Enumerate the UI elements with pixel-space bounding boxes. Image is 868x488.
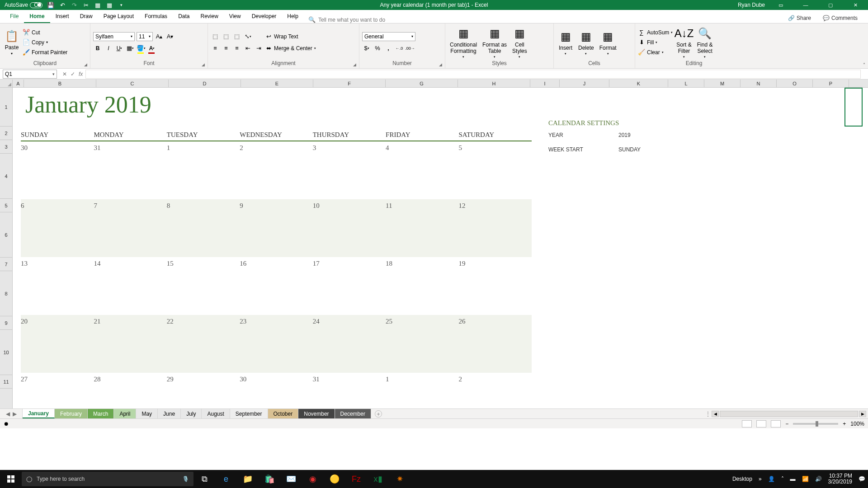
ribbon-tab-data[interactable]: Data <box>173 10 195 23</box>
sheet-tab-january[interactable]: January <box>23 409 55 418</box>
hscroll-right-icon[interactable]: ▶ <box>859 411 866 417</box>
minimize-icon[interactable]: — <box>797 0 815 10</box>
zoom-level[interactable]: 100% <box>850 421 864 427</box>
account-name[interactable]: Ryan Dube <box>738 2 765 8</box>
name-box[interactable]: Q1▾ <box>3 70 57 79</box>
volume-icon[interactable]: 🔊 <box>815 476 822 482</box>
fx-icon[interactable]: fx <box>79 71 83 77</box>
sheet-tab-july[interactable]: July <box>181 409 202 418</box>
calendar-body-cell[interactable] <box>167 213 240 257</box>
row-header[interactable]: 9 <box>0 316 12 330</box>
calendar-date-cell[interactable]: 22 <box>167 315 240 328</box>
ribbon-tab-developer[interactable]: Developer <box>246 10 282 23</box>
ribbon-tab-draw[interactable]: Draw <box>75 10 98 23</box>
comments-button[interactable]: 💬 Comments <box>819 13 861 23</box>
edge-icon[interactable]: e <box>215 470 237 488</box>
calendar-body-cell[interactable] <box>94 328 166 373</box>
column-header[interactable]: B <box>24 80 96 87</box>
calendar-date-cell[interactable]: 19 <box>459 257 532 271</box>
increase-indent-icon[interactable]: ⇥ <box>254 44 263 53</box>
task-view-icon[interactable]: ⧉ <box>193 470 215 488</box>
font-color-button[interactable]: A▾ <box>147 44 156 53</box>
file-explorer-icon[interactable]: 📁 <box>237 470 259 488</box>
formula-bar[interactable] <box>85 70 861 79</box>
calendar-body-cell[interactable] <box>386 271 458 315</box>
column-header[interactable]: C <box>96 80 169 87</box>
calendar-date-cell[interactable]: 24 <box>313 315 386 328</box>
mail-icon[interactable]: ✉️ <box>280 470 302 488</box>
calendar-body-cell[interactable] <box>459 155 532 199</box>
decrease-indent-icon[interactable]: ⇤ <box>243 44 252 53</box>
accounting-icon[interactable]: $▾ <box>362 44 371 53</box>
font-size-combo[interactable]: 11▾ <box>137 32 153 41</box>
percent-icon[interactable]: % <box>373 44 382 53</box>
calendar-body-cell[interactable] <box>459 328 532 373</box>
row-header[interactable]: 8 <box>0 271 12 316</box>
excel-taskbar-icon[interactable]: x▮ <box>367 470 389 488</box>
calendar-body-cell[interactable] <box>167 328 240 373</box>
calendar-date-cell[interactable]: 13 <box>21 257 94 271</box>
column-header[interactable]: E <box>241 80 313 87</box>
column-header[interactable]: F <box>313 80 386 87</box>
increase-decimal-icon[interactable]: ←.0 <box>395 44 404 53</box>
calendar-date-cell[interactable]: 9 <box>240 199 312 213</box>
sheet-tab-august[interactable]: August <box>202 409 230 418</box>
undo-icon[interactable]: ↶ <box>59 1 66 9</box>
calendar-body-cell[interactable] <box>94 213 166 257</box>
ribbon-display-icon[interactable]: ▭ <box>772 0 790 10</box>
calendar-body-cell[interactable] <box>167 155 240 199</box>
number-format-combo[interactable]: General▾ <box>362 32 415 41</box>
calendar-body-cell[interactable] <box>167 271 240 315</box>
calendar-date-cell[interactable]: 7 <box>94 199 166 213</box>
sheet-nav-right-icon[interactable]: ▶ <box>13 411 17 417</box>
border-button[interactable]: ▦▾ <box>126 44 135 53</box>
calendar-date-cell[interactable]: 15 <box>167 257 240 271</box>
copy-button[interactable]: 📄Copy ▾ <box>23 38 67 47</box>
shrink-font-icon[interactable]: A▾ <box>165 32 175 41</box>
calendar-date-cell[interactable]: 8 <box>167 199 240 213</box>
ribbon-tab-insert[interactable]: Insert <box>50 10 75 23</box>
calendar-date-cell[interactable]: 4 <box>386 141 458 155</box>
calendar-date-cell[interactable]: 18 <box>386 257 458 271</box>
row-header[interactable]: 10 <box>0 330 12 375</box>
format-as-table-button[interactable]: ▦Format as Table ▾ <box>481 25 509 60</box>
calendar-body-cell[interactable] <box>240 213 312 257</box>
calendar-body-cell[interactable] <box>94 155 166 199</box>
save-icon[interactable]: 💾 <box>47 1 54 9</box>
action-center-icon[interactable]: 💬 <box>859 476 865 482</box>
row-header[interactable]: 6 <box>0 212 12 258</box>
ribbon-tab-help[interactable]: Help <box>282 10 304 23</box>
dialog-launcher-icon[interactable]: ◢ <box>439 62 442 67</box>
calendar-date-cell[interactable]: 1 <box>386 373 458 386</box>
page-layout-view-icon[interactable] <box>756 420 766 427</box>
calendar-body-cell[interactable] <box>386 155 458 199</box>
app-icon[interactable]: ◉ <box>302 470 324 488</box>
calendar-date-cell[interactable]: 31 <box>313 373 386 386</box>
year-value[interactable]: 2019 <box>618 132 631 138</box>
grow-font-icon[interactable]: A▴ <box>155 32 164 41</box>
format-cells-button[interactable]: ▦Format▾ <box>598 28 618 56</box>
cancel-formula-icon[interactable]: ✕ <box>62 71 67 77</box>
calendar-date-cell[interactable]: 21 <box>94 315 166 328</box>
overflow-icon[interactable]: » <box>759 476 762 482</box>
calendar-date-cell[interactable]: 23 <box>240 315 312 328</box>
underline-button[interactable]: U ▾ <box>115 44 124 53</box>
zoom-in-icon[interactable]: + <box>843 421 846 427</box>
week-start-value[interactable]: SUNDAY <box>618 146 641 153</box>
maximize-icon[interactable]: ▢ <box>821 0 840 10</box>
system-clock[interactable]: 10:37 PM 3/20/2019 <box>828 473 852 485</box>
close-icon[interactable]: ✕ <box>846 0 864 10</box>
calendar-date-cell[interactable]: 16 <box>240 257 312 271</box>
start-button[interactable] <box>0 470 22 488</box>
align-middle-icon[interactable]: ⬚ <box>222 32 231 41</box>
calendar-body-cell[interactable] <box>313 328 386 373</box>
delete-cells-button[interactable]: ▦Delete▾ <box>576 28 596 56</box>
calendar-body-cell[interactable] <box>240 155 312 199</box>
comma-icon[interactable]: , <box>384 44 393 53</box>
row-header[interactable]: 3 <box>0 140 12 154</box>
calendar-date-cell[interactable]: 27 <box>21 373 94 386</box>
calendar-date-cell[interactable]: 2 <box>459 373 532 386</box>
calendar-body-cell[interactable] <box>313 155 386 199</box>
calendar-date-cell[interactable]: 25 <box>386 315 458 328</box>
redo-icon[interactable]: ↷ <box>71 1 78 9</box>
